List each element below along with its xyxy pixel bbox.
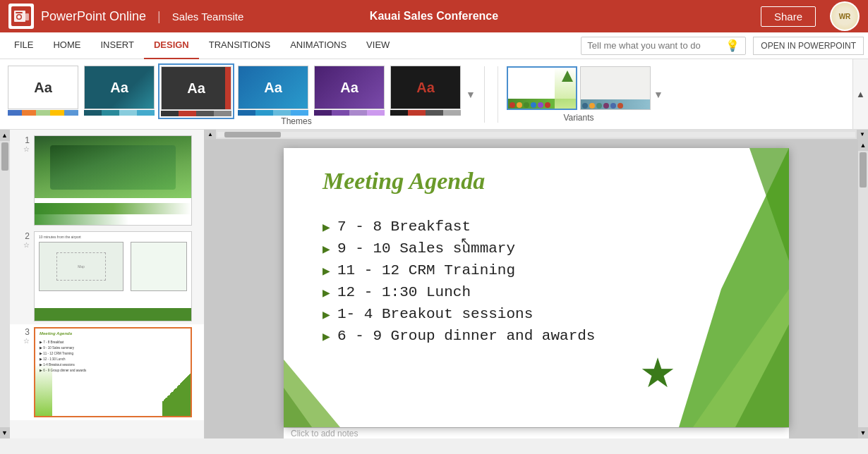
- bullet-1: ▶ 7 - 8 Breakfast: [323, 219, 595, 235]
- svg-point-4: [18, 16, 21, 19]
- share-button[interactable]: Share: [761, 6, 816, 27]
- slide-thumbnail-3[interactable]: 3 ☆ Meeting Agenda ▶ 7 - 8 Breakfast ▶ 9…: [10, 324, 204, 420]
- variants-scroll-down[interactable]: ▼: [652, 66, 665, 123]
- bullet-arrow-4: ▶: [323, 287, 330, 298]
- title-separator: |: [157, 9, 161, 24]
- svg-rect-5: [25, 13, 29, 20]
- slide-thumbnail-2[interactable]: 2 ☆ 10 minutes from the airport Map: [10, 228, 204, 324]
- tab-insert[interactable]: INSERT: [90, 32, 143, 59]
- theme-ion[interactable]: Aa: [312, 63, 387, 118]
- doc-title: Kauai Sales Conference: [370, 10, 498, 23]
- tab-home[interactable]: HOME: [43, 32, 90, 59]
- bullet-6: ▶ 6 - 9 Group dinner and awards: [323, 328, 595, 344]
- canvas-vscroll-up[interactable]: ▲: [858, 140, 868, 151]
- theme-basis[interactable]: Aa: [82, 63, 157, 118]
- notes-bar[interactable]: Click to add notes: [284, 427, 789, 438]
- bullet-2: ▶ 9 - 10 Sales summary: [323, 240, 595, 257]
- slide-canvas-area: ▲ ▼: [205, 130, 868, 438]
- slide-number-2: 2: [25, 231, 30, 241]
- bullet-arrow-6: ▶: [323, 331, 330, 342]
- app-title: PowerPoint Online: [41, 9, 146, 24]
- canvas-vscroll-down[interactable]: ▼: [858, 427, 868, 438]
- slide-star-2: ☆: [23, 241, 30, 249]
- tab-design[interactable]: DESIGN: [144, 32, 199, 59]
- search-bar: 💡: [581, 37, 746, 55]
- theme-office[interactable]: Aa: [6, 63, 80, 118]
- bullet-arrow-2: ▶: [323, 243, 330, 254]
- slide-panel-scroll-down[interactable]: ▼: [0, 427, 10, 438]
- slide-panel-scroll-up[interactable]: ▲: [0, 130, 10, 141]
- bullet-arrow-5: ▶: [323, 309, 330, 320]
- theme-slate[interactable]: Aa: [236, 63, 311, 118]
- bullet-text-4: 12 - 1:30 Lunch: [337, 284, 471, 300]
- variant-2[interactable]: [580, 66, 651, 110]
- tab-animations[interactable]: ANIMATIONS: [280, 32, 356, 59]
- bullet-text-5: 1- 4 Breakout sessions: [337, 306, 533, 322]
- slide-star-1: ☆: [23, 145, 30, 153]
- variants-label: Variants: [507, 113, 651, 123]
- ribbon-collapse-button[interactable]: ▲: [852, 59, 868, 129]
- avatar: WR: [830, 1, 860, 31]
- variant-1[interactable]: [507, 66, 577, 110]
- tab-file[interactable]: FILE: [4, 32, 43, 59]
- open-in-powerpoint-button[interactable]: OPEN IN POWERPOINT: [753, 37, 864, 55]
- lightbulb-icon: 💡: [725, 39, 740, 52]
- site-name: Sales Teamsite: [172, 11, 243, 23]
- bullet-5: ▶ 1- 4 Breakout sessions: [323, 306, 595, 322]
- slide-star-3: ☆: [23, 337, 30, 345]
- slide-star-decoration: ★: [639, 352, 676, 393]
- svg-marker-7: [749, 148, 789, 261]
- ribbon-content: Aa Aa Aa Aa: [0, 59, 868, 130]
- search-input[interactable]: [587, 40, 721, 51]
- notes-placeholder: Click to add notes: [291, 429, 358, 438]
- bullet-3: ▶ 11 - 12 CRM Training: [323, 262, 595, 278]
- slide-thumbnail-1[interactable]: 1 ☆ Kauai Sales Conference: [10, 133, 204, 228]
- slide-number-3: 3: [25, 327, 30, 337]
- tab-transitions[interactable]: TRANSITIONS: [199, 32, 280, 59]
- svg-marker-9: [284, 360, 340, 427]
- slide-panel: 1 ☆ Kauai Sales Conference 2 ☆: [10, 130, 205, 438]
- themes-scroll-down[interactable]: ▼: [464, 66, 477, 123]
- canvas-scroll-up[interactable]: ▲: [205, 130, 216, 140]
- powerpoint-logo: [8, 4, 34, 29]
- variants-section: Variants: [498, 66, 651, 123]
- svg-marker-8: [735, 324, 789, 427]
- canvas-scroll-down[interactable]: ▼: [857, 130, 868, 140]
- bullet-text-1: 7 - 8 Breakfast: [337, 219, 471, 235]
- title-bar-left: PowerPoint Online | Sales Teamsite: [8, 4, 243, 29]
- bullet-text-6: 6 - 9 Group dinner and awards: [337, 328, 595, 344]
- tab-view[interactable]: VIEW: [356, 32, 399, 59]
- bullet-arrow-1: ▶: [323, 221, 330, 233]
- slide-title[interactable]: Meeting Agenda: [323, 168, 485, 195]
- bullet-4: ▶ 12 - 1:30 Lunch: [323, 284, 595, 300]
- bullet-arrow-3: ▶: [323, 265, 330, 276]
- slide-bullets: ▶ 7 - 8 Breakfast ▶ 9 - 10 Sales summary…: [323, 219, 595, 350]
- svg-marker-11: [693, 289, 789, 427]
- svg-marker-10: [284, 388, 312, 427]
- themes-section-label: Themes: [71, 116, 522, 126]
- bullet-text-2: 9 - 10 Sales summary: [337, 240, 515, 257]
- title-bar: PowerPoint Online | Sales Teamsite Kauai…: [0, 0, 868, 32]
- theme-retrospect[interactable]: Aa: [388, 63, 463, 118]
- main-area: ▲ ▼ 1 ☆ Kauai Sales Conference: [0, 130, 868, 438]
- ribbon-tabs: FILE HOME INSERT DESIGN TRANSITIONS ANIM…: [0, 32, 868, 59]
- svg-marker-6: [679, 148, 789, 427]
- slide-canvas: Meeting Agenda ▶ 7 - 8 Breakfast ▶ 9 - 1…: [284, 148, 789, 427]
- svg-rect-2: [16, 12, 23, 13]
- bullet-text-3: 11 - 12 CRM Training: [337, 262, 515, 278]
- theme-circuit[interactable]: Aa: [158, 63, 234, 119]
- slide-canvas-wrapper[interactable]: Meeting Agenda ▶ 7 - 8 Breakfast ▶ 9 - 1…: [284, 148, 789, 427]
- slide-number-1: 1: [25, 135, 30, 145]
